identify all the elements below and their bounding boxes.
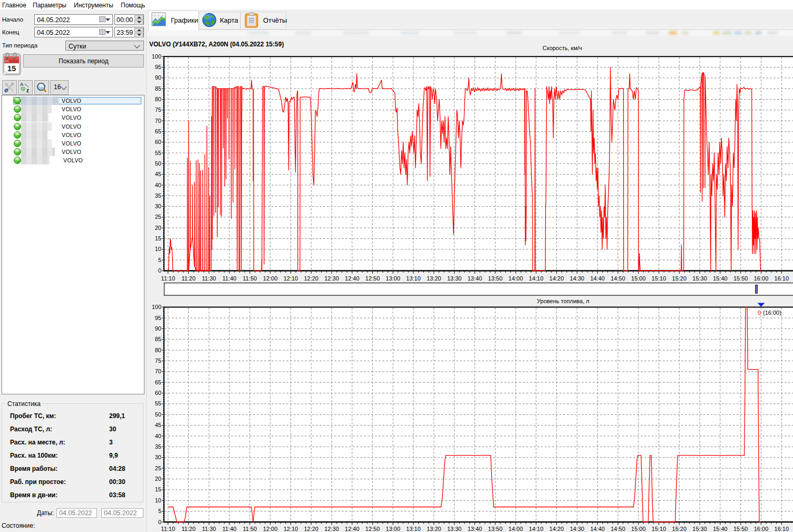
svg-text:13:10: 13:10 (406, 526, 421, 532)
svg-text:14:40: 14:40 (590, 275, 605, 282)
svg-text:5: 5 (158, 257, 161, 263)
svg-text:14:10: 14:10 (529, 275, 544, 282)
svg-text:13:40: 13:40 (468, 526, 482, 532)
svg-text:11:30: 11:30 (202, 275, 216, 282)
svg-text:35: 35 (155, 192, 161, 199)
svg-text:11:20: 11:20 (181, 275, 196, 282)
svg-text:50: 50 (155, 411, 161, 418)
svg-text:14:50: 14:50 (611, 275, 625, 282)
svg-text:15:10: 15:10 (652, 275, 666, 282)
svg-text:20: 20 (155, 225, 161, 231)
svg-text:55: 55 (155, 400, 161, 407)
svg-text:25: 25 (155, 214, 161, 220)
svg-text:14:40: 14:40 (590, 526, 605, 532)
svg-text:15:00: 15:00 (631, 275, 646, 282)
svg-text:13:30: 13:30 (447, 526, 462, 532)
svg-text:12:20: 12:20 (304, 526, 318, 532)
svg-text:65: 65 (155, 128, 161, 134)
svg-text:12:10: 12:10 (284, 526, 298, 532)
svg-text:15:40: 15:40 (713, 526, 728, 532)
svg-text:11:40: 11:40 (223, 526, 237, 532)
svg-text:40: 40 (155, 182, 161, 188)
svg-text:20: 20 (155, 476, 161, 482)
svg-text:0: 0 (158, 267, 161, 274)
svg-text:A: A (20, 82, 24, 87)
svg-text:(16:00): (16:00) (763, 309, 781, 316)
svg-text:16:10: 16:10 (775, 526, 789, 532)
svg-text:11:10: 11:10 (161, 275, 175, 282)
svg-text:14:20: 14:20 (549, 275, 564, 282)
svg-text:12:40: 12:40 (345, 275, 360, 282)
svg-text:70: 70 (155, 118, 161, 124)
svg-text:16:10: 16:10 (775, 275, 789, 282)
svg-text:70: 70 (155, 368, 161, 374)
svg-text:10: 10 (155, 497, 161, 504)
svg-text:85: 85 (155, 85, 161, 92)
svg-text:14:30: 14:30 (570, 275, 585, 282)
svg-text:13:00: 13:00 (386, 526, 401, 532)
svg-text:13:40: 13:40 (468, 275, 482, 282)
svg-text:14:00: 14:00 (508, 526, 523, 532)
svg-text:15:30: 15:30 (692, 526, 707, 532)
svg-text:60: 60 (155, 390, 161, 396)
svg-text:30: 30 (155, 454, 161, 460)
svg-text:13:20: 13:20 (427, 275, 441, 282)
svg-text:12:00: 12:00 (263, 526, 278, 532)
svg-text:45: 45 (155, 171, 161, 177)
svg-text:25: 25 (155, 465, 161, 471)
svg-text:z: z (26, 88, 29, 93)
svg-text:15:30: 15:30 (692, 275, 707, 282)
svg-text:14:10: 14:10 (529, 526, 544, 532)
svg-text:13:10: 13:10 (406, 275, 421, 282)
svg-text:16:00: 16:00 (754, 275, 769, 282)
svg-text:10: 10 (155, 246, 161, 252)
svg-text:60: 60 (155, 139, 161, 145)
svg-text:45: 45 (155, 422, 161, 428)
svg-text:13:50: 13:50 (488, 275, 503, 282)
svg-text:85: 85 (155, 336, 161, 342)
svg-text:15:20: 15:20 (672, 526, 687, 532)
svg-text:15: 15 (7, 64, 16, 73)
svg-text:12:00: 12:00 (263, 275, 278, 282)
svg-text:14:30: 14:30 (570, 526, 585, 532)
svg-text:80: 80 (155, 96, 161, 102)
svg-text:40: 40 (155, 433, 161, 439)
svg-text:5: 5 (158, 508, 161, 514)
svg-text:100: 100 (152, 304, 161, 310)
svg-text:12:10: 12:10 (284, 275, 298, 282)
svg-text:75: 75 (155, 357, 161, 364)
svg-text:12:50: 12:50 (365, 526, 380, 532)
svg-text:12:40: 12:40 (345, 526, 360, 532)
svg-text:11:20: 11:20 (181, 526, 196, 532)
svg-text:0: 0 (758, 309, 761, 316)
svg-text:11:30: 11:30 (202, 526, 216, 532)
svg-text:14:20: 14:20 (549, 526, 564, 532)
svg-text:90: 90 (155, 325, 161, 332)
svg-text:95: 95 (155, 64, 161, 70)
svg-text:15:50: 15:50 (733, 526, 748, 532)
svg-text:16:00: 16:00 (754, 526, 769, 532)
svg-text:11:10: 11:10 (161, 526, 175, 532)
svg-text:90: 90 (155, 74, 161, 81)
svg-text:12:30: 12:30 (324, 275, 339, 282)
svg-text:15:10: 15:10 (652, 526, 666, 532)
svg-text:12:20: 12:20 (304, 275, 318, 282)
svg-text:15:20: 15:20 (672, 275, 687, 282)
svg-text:80: 80 (155, 347, 161, 353)
svg-text:50: 50 (155, 160, 161, 167)
svg-text:65: 65 (155, 379, 161, 385)
svg-text:15:50: 15:50 (733, 275, 748, 282)
svg-text:11:40: 11:40 (223, 275, 237, 282)
svg-text:11:50: 11:50 (243, 275, 257, 282)
svg-text:13:30: 13:30 (447, 275, 462, 282)
svg-text:100: 100 (152, 53, 161, 60)
svg-text:55: 55 (155, 150, 161, 156)
svg-text:13:20: 13:20 (427, 526, 441, 532)
svg-text:15:40: 15:40 (713, 275, 728, 282)
svg-text:11:50: 11:50 (243, 526, 257, 532)
svg-text:35: 35 (155, 443, 161, 450)
svg-text:14:50: 14:50 (611, 526, 625, 532)
svg-text:14:00: 14:00 (508, 275, 523, 282)
svg-text:30: 30 (155, 203, 161, 209)
svg-text:75: 75 (155, 107, 161, 113)
